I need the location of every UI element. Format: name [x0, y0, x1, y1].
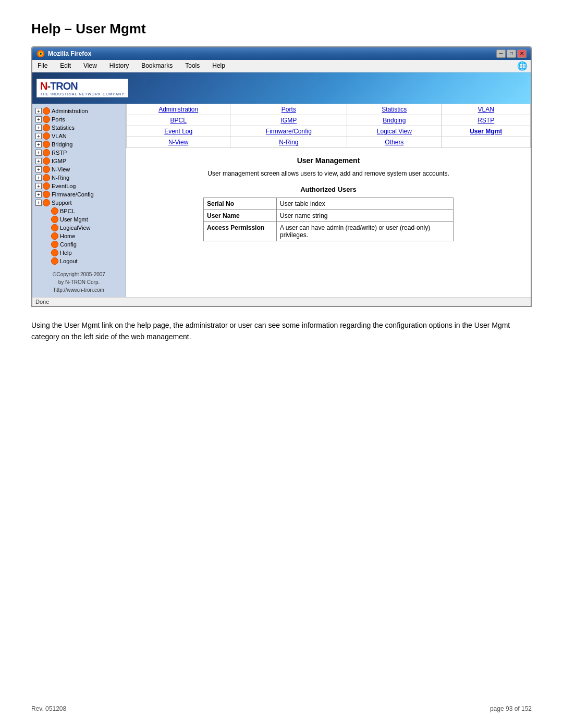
sidebar-item-help[interactable]: Help — [43, 249, 124, 257]
sidebar-item-eventlog[interactable]: + EventLog — [34, 182, 124, 190]
bullet-icon — [43, 141, 50, 148]
logo-main: N-TRON — [40, 80, 125, 92]
sidebar-label: LogicalView — [60, 225, 91, 231]
nav-cell-logicalview[interactable]: Logical View — [347, 126, 442, 137]
expand-icon[interactable]: + — [35, 158, 42, 164]
sidebar-item-ports[interactable]: + Ports — [34, 115, 124, 124]
sidebar-item-igmp[interactable]: + IGMP — [34, 157, 124, 165]
bullet-icon — [43, 166, 50, 173]
nav-cell-administration[interactable]: Administration — [127, 104, 230, 115]
content-title: User Management — [137, 156, 520, 165]
sidebar-item-firmware[interactable]: + Firmware/Config — [34, 190, 124, 199]
menu-edit[interactable]: Edit — [58, 61, 73, 71]
expand-icon[interactable]: + — [35, 116, 42, 122]
sidebar-item-bridging[interactable]: + Bridging — [34, 140, 124, 149]
expand-icon[interactable]: + — [35, 191, 42, 198]
sidebar-item-usermgmt[interactable]: User Mgmt — [43, 215, 124, 224]
firefox-icon — [36, 50, 45, 58]
menu-tools[interactable]: Tools — [183, 61, 202, 71]
nav-cell-igmp[interactable]: IGMP — [230, 115, 347, 126]
bullet-icon — [43, 199, 50, 206]
sidebar-label: Support — [52, 200, 72, 206]
bullet-icon — [51, 241, 58, 248]
nav-link-firmwareconfig[interactable]: Firmware/Config — [266, 128, 312, 135]
sidebar-item-home[interactable]: Home — [43, 232, 124, 240]
nav-link-logicalview[interactable]: Logical View — [377, 128, 412, 135]
sidebar-item-administration[interactable]: + Administration — [34, 107, 124, 115]
expand-icon[interactable]: + — [35, 150, 42, 156]
expand-icon[interactable]: + — [35, 166, 42, 172]
nav-cell-bpcl[interactable]: BPCL — [127, 115, 230, 126]
nav-link-others[interactable]: Others — [385, 139, 403, 146]
nav-link-administration[interactable]: Administration — [158, 106, 198, 113]
nav-cell-eventlog[interactable]: Event Log — [127, 126, 230, 137]
sidebar-item-bpcl[interactable]: BPCL — [43, 207, 124, 215]
expand-icon[interactable]: + — [35, 175, 42, 181]
table-field-username: User Name — [204, 210, 277, 222]
nav-cell-bridging[interactable]: Bridging — [347, 115, 442, 126]
menu-file[interactable]: File — [35, 61, 50, 71]
expand-icon[interactable]: + — [35, 125, 42, 131]
nav-link-statistics[interactable]: Statistics — [382, 106, 407, 113]
nav-link-igmp[interactable]: IGMP — [280, 117, 297, 124]
expand-icon[interactable]: + — [35, 133, 42, 139]
sidebar-item-nring[interactable]: + N-Ring — [34, 174, 124, 182]
sidebar-item-logout[interactable]: Logout — [43, 257, 124, 265]
nav-link-eventlog[interactable]: Event Log — [164, 128, 192, 135]
nav-link-bpcl[interactable]: BPCL — [170, 117, 186, 124]
bullet-icon — [43, 132, 50, 140]
nav-cell-vlan[interactable]: VLAN — [442, 104, 531, 115]
menu-view[interactable]: View — [81, 61, 99, 71]
sidebar-label: Logout — [60, 258, 78, 264]
table-field-access: Access Permission — [204, 222, 277, 241]
nav-link-nview[interactable]: N-View — [168, 139, 188, 146]
table-row-access: Access Permission A user can have admin … — [204, 222, 454, 241]
nav-link-ports[interactable]: Ports — [282, 106, 296, 113]
sidebar-item-nview[interactable]: + N-View — [34, 165, 124, 174]
sidebar-item-config[interactable]: Config — [43, 240, 124, 249]
bullet-icon — [43, 174, 50, 181]
logo-subtitle: THE INDUSTRIAL NETWORK COMPANY — [40, 92, 125, 96]
sidebar-item-vlan[interactable]: + VLAN — [34, 132, 124, 140]
nav-cell-statistics[interactable]: Statistics — [347, 104, 442, 115]
nav-link-bridging[interactable]: Bridging — [383, 117, 406, 124]
expand-icon[interactable]: + — [35, 141, 42, 147]
bullet-icon — [51, 249, 58, 256]
sidebar-item-statistics[interactable]: + Statistics — [34, 124, 124, 132]
menu-help[interactable]: Help — [210, 61, 227, 71]
nav-link-usermgmt[interactable]: User Mgmt — [470, 128, 502, 135]
title-bar: Mozilla Firefox ─ □ ✕ — [32, 47, 531, 60]
sidebar-item-rstp[interactable]: + RSTP — [34, 149, 124, 157]
nav-cell-ports[interactable]: Ports — [230, 104, 347, 115]
svg-point-2 — [40, 53, 42, 55]
nav-cell-others[interactable]: Others — [347, 137, 442, 148]
sidebar-item-support[interactable]: + Support — [34, 199, 124, 207]
table-row-serialno: Serial No User table index — [204, 198, 454, 210]
nav-link-vlan[interactable]: VLAN — [478, 106, 494, 113]
header-banner: N-TRON THE INDUSTRIAL NETWORK COMPANY — [32, 72, 531, 104]
nav-cell-firmwareconfig[interactable]: Firmware/Config — [230, 126, 347, 137]
page-title: Help – User Mgmt — [31, 21, 532, 37]
expand-icon[interactable]: + — [35, 183, 42, 189]
bullet-icon — [43, 157, 50, 165]
nav-row-4: N-View N-Ring Others — [127, 137, 531, 148]
sidebar-label: Administration — [52, 108, 88, 114]
nav-cell-rstp[interactable]: RSTP — [442, 115, 531, 126]
menu-bar: File Edit View History Bookmarks Tools H… — [32, 60, 531, 72]
close-button[interactable]: ✕ — [517, 50, 527, 58]
bullet-icon — [43, 149, 50, 156]
nav-link-nring[interactable]: N-Ring — [279, 139, 298, 146]
nav-link-rstp[interactable]: RSTP — [478, 117, 494, 124]
menu-bookmarks[interactable]: Bookmarks — [139, 61, 175, 71]
nav-cell-usermgmt[interactable]: User Mgmt — [442, 126, 531, 137]
sidebar-item-logicalview[interactable]: LogicalView — [43, 224, 124, 232]
globe-icon: 🌐 — [517, 61, 528, 71]
nav-cell-nring[interactable]: N-Ring — [230, 137, 347, 148]
minimize-button[interactable]: ─ — [496, 50, 506, 58]
menu-history[interactable]: History — [107, 61, 131, 71]
restore-button[interactable]: □ — [507, 50, 516, 58]
expand-icon[interactable]: + — [35, 108, 42, 114]
nav-cell-nview[interactable]: N-View — [127, 137, 230, 148]
nav-row-2: BPCL IGMP Bridging RSTP — [127, 115, 531, 126]
expand-icon[interactable]: + — [35, 200, 42, 206]
